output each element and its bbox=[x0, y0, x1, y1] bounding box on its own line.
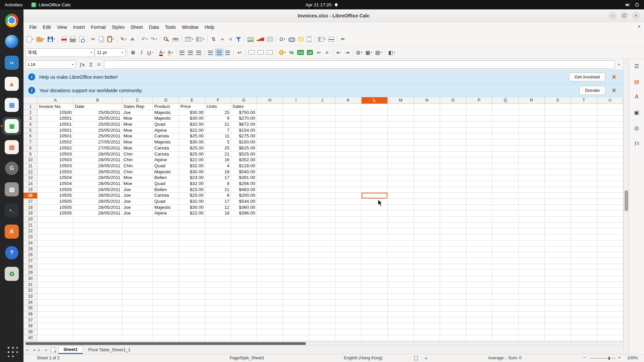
cell-F15[interactable]: 21 bbox=[205, 187, 231, 193]
menu-tools[interactable]: Tools bbox=[162, 23, 179, 31]
cell-N18[interactable] bbox=[414, 205, 440, 211]
cell-L36[interactable] bbox=[362, 311, 388, 317]
cell-A27[interactable] bbox=[38, 258, 73, 264]
cell-D25[interactable] bbox=[153, 246, 179, 252]
cell-F9[interactable]: 21 bbox=[205, 152, 231, 158]
cell-H13[interactable] bbox=[257, 175, 283, 181]
cell-A29[interactable] bbox=[38, 270, 73, 276]
cell-B13[interactable]: 28/05/2011 bbox=[73, 175, 122, 181]
cell-Q40[interactable] bbox=[492, 335, 519, 341]
cell-R19[interactable] bbox=[519, 210, 545, 217]
cell-Q36[interactable] bbox=[492, 311, 519, 317]
row-header-27[interactable]: 27 bbox=[23, 258, 38, 264]
column-header-T[interactable]: T bbox=[571, 97, 597, 104]
cell-R37[interactable] bbox=[519, 317, 545, 323]
cell-O3[interactable] bbox=[440, 116, 466, 122]
insert-comment-button[interactable] bbox=[297, 36, 305, 42]
cell-J9[interactable] bbox=[309, 152, 335, 158]
cell-H30[interactable] bbox=[257, 276, 283, 282]
cell-S28[interactable] bbox=[545, 264, 571, 270]
cell-R21[interactable] bbox=[519, 223, 545, 229]
cell-E35[interactable] bbox=[179, 305, 205, 311]
cell-Q20[interactable] bbox=[492, 217, 519, 223]
cell-U32[interactable] bbox=[597, 288, 623, 294]
cell-T32[interactable] bbox=[571, 288, 597, 294]
cell-R1[interactable] bbox=[519, 104, 545, 110]
cell-C36[interactable] bbox=[122, 311, 153, 317]
cell-M2[interactable] bbox=[388, 110, 414, 116]
cell-E1[interactable]: Price bbox=[179, 104, 205, 110]
cell-G38[interactable] bbox=[231, 323, 257, 329]
cell-B9[interactable]: 28/05/2011 bbox=[73, 152, 122, 158]
cell-L10[interactable] bbox=[362, 157, 388, 163]
cell-F25[interactable] bbox=[205, 246, 231, 252]
cell-K25[interactable] bbox=[335, 246, 362, 252]
cell-O30[interactable] bbox=[440, 276, 466, 282]
cell-T26[interactable] bbox=[571, 252, 597, 258]
zoom-level[interactable]: 100% bbox=[627, 356, 638, 360]
cell-N30[interactable] bbox=[414, 276, 440, 282]
cell-U31[interactable] bbox=[597, 282, 623, 288]
cell-O26[interactable] bbox=[440, 252, 466, 258]
cell-U38[interactable] bbox=[597, 323, 623, 329]
row-header-12[interactable]: 12 bbox=[23, 169, 38, 175]
copy-button[interactable] bbox=[98, 35, 106, 43]
column-header-P[interactable]: P bbox=[466, 97, 492, 104]
cell-U6[interactable] bbox=[597, 133, 623, 139]
cell-P21[interactable] bbox=[466, 223, 492, 229]
row-header-16[interactable]: 16 bbox=[23, 193, 38, 199]
cell-U9[interactable] bbox=[597, 152, 623, 158]
cell-T2[interactable] bbox=[571, 110, 597, 116]
cell-H8[interactable] bbox=[257, 145, 283, 152]
cell-I32[interactable] bbox=[283, 288, 309, 294]
cell-G23[interactable] bbox=[231, 234, 257, 240]
cell-K23[interactable] bbox=[335, 234, 362, 240]
cell-T7[interactable] bbox=[571, 139, 597, 145]
cell-M25[interactable] bbox=[388, 246, 414, 252]
cell-K35[interactable] bbox=[335, 305, 362, 311]
cell-P3[interactable] bbox=[466, 116, 492, 122]
cell-E36[interactable] bbox=[179, 311, 205, 317]
cell-I23[interactable] bbox=[283, 234, 309, 240]
cell-C3[interactable]: Moe bbox=[122, 116, 153, 122]
cell-U18[interactable] bbox=[597, 205, 623, 211]
column-header-L[interactable]: L bbox=[362, 97, 388, 104]
cell-M11[interactable] bbox=[388, 163, 414, 169]
cell-R4[interactable] bbox=[519, 122, 545, 128]
dock-item-chrome[interactable] bbox=[3, 11, 21, 29]
cell-D28[interactable] bbox=[153, 264, 179, 270]
cell-D39[interactable] bbox=[153, 329, 179, 335]
print-button[interactable] bbox=[68, 35, 77, 43]
cell-K10[interactable] bbox=[335, 157, 362, 163]
cell-T22[interactable] bbox=[571, 228, 597, 234]
cell-E40[interactable] bbox=[179, 335, 205, 341]
cell-J35[interactable] bbox=[309, 305, 335, 311]
cell-N11[interactable] bbox=[414, 163, 440, 169]
cell-T3[interactable] bbox=[571, 116, 597, 122]
cell-C12[interactable]: Chin bbox=[122, 169, 153, 175]
cell-T37[interactable] bbox=[571, 317, 597, 323]
cell-O36[interactable] bbox=[440, 311, 466, 317]
cell-R9[interactable] bbox=[519, 152, 545, 158]
cell-B12[interactable]: 28/05/2011 bbox=[73, 169, 122, 175]
cell-J40[interactable] bbox=[309, 335, 335, 341]
cell-J37[interactable] bbox=[309, 317, 335, 323]
cell-F19[interactable]: 18 bbox=[205, 210, 231, 217]
cell-G3[interactable]: $270.00 bbox=[231, 116, 257, 122]
cell-C24[interactable] bbox=[122, 240, 153, 246]
minimize-button[interactable]: – bbox=[609, 12, 616, 19]
cell-O2[interactable] bbox=[440, 110, 466, 116]
cell-M19[interactable] bbox=[388, 210, 414, 217]
split-window-button[interactable] bbox=[327, 36, 335, 43]
cell-F28[interactable] bbox=[205, 264, 231, 270]
cell-F13[interactable]: 17 bbox=[205, 175, 231, 181]
cell-F24[interactable] bbox=[205, 240, 231, 246]
cell-F17[interactable]: 17 bbox=[205, 199, 231, 205]
row-header-28[interactable]: 28 bbox=[23, 264, 38, 270]
cell-G25[interactable] bbox=[231, 246, 257, 252]
cell-Q35[interactable] bbox=[492, 305, 519, 311]
cell-U27[interactable] bbox=[597, 258, 623, 264]
cell-L25[interactable] bbox=[362, 246, 388, 252]
cell-T21[interactable] bbox=[571, 223, 597, 229]
cell-O12[interactable] bbox=[440, 169, 466, 175]
